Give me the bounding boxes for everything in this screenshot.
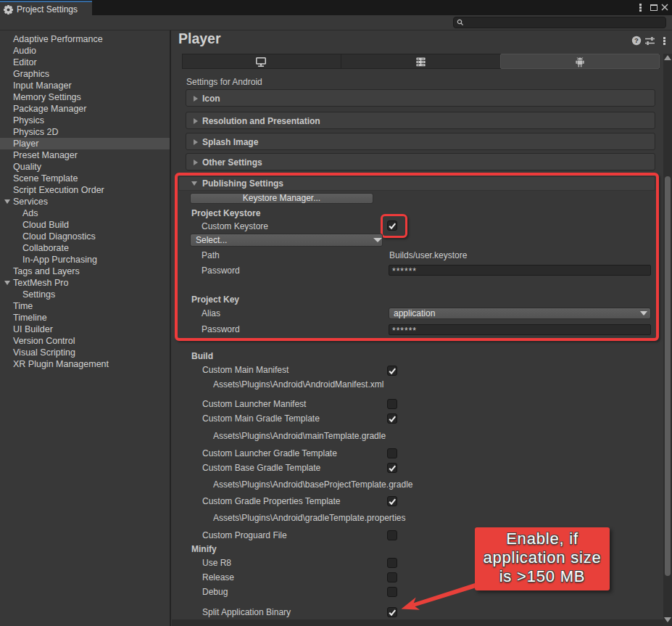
- svg-text:?: ?: [634, 36, 639, 44]
